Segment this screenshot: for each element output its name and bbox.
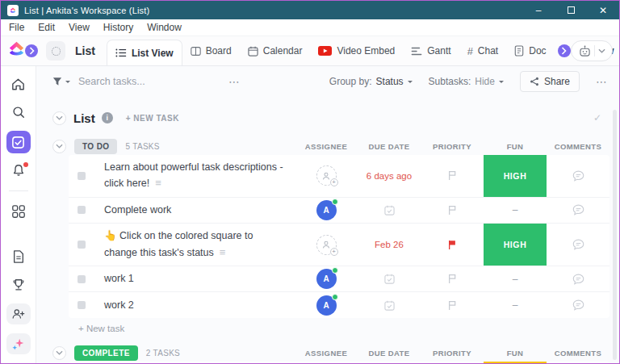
task-name[interactable]: 👆 Click on the colored square to change … (104, 228, 288, 261)
maximize-button[interactable] (555, 1, 587, 19)
fun-value-high[interactable]: HIGH (484, 155, 547, 197)
tab-gantt[interactable]: Gantt (403, 36, 459, 65)
due-date-cell[interactable] (358, 198, 421, 223)
comments-cell[interactable] (547, 155, 610, 197)
info-icon[interactable]: i (102, 112, 113, 123)
scrollbar[interactable] (613, 110, 617, 360)
sidebar-docs-button[interactable] (6, 247, 31, 266)
column-header-fun[interactable]: FUN (484, 349, 547, 358)
toolbar-more-button[interactable]: ⋯ (228, 75, 241, 88)
task-status-square[interactable] (78, 206, 86, 214)
column-header-assignee[interactable]: ASSIGNEE (295, 349, 358, 358)
status-badge-todo[interactable]: TO DO (74, 139, 117, 154)
priority-cell[interactable] (421, 198, 484, 223)
sidebar-expand-button[interactable] (25, 44, 38, 57)
priority-cell[interactable] (421, 155, 484, 197)
complete-group-header: COMPLETE 2 TASKS ASSIGNEE DUE DATE PRIOR… (52, 344, 610, 362)
tab-video-embed[interactable]: Video Embed (310, 36, 403, 65)
assignee-avatar[interactable]: A (316, 200, 337, 220)
task-name[interactable]: Complete work (104, 203, 171, 218)
share-button[interactable]: Share (520, 71, 580, 92)
minimize-button[interactable]: – (522, 1, 555, 19)
collapse-group-button[interactable] (52, 346, 66, 360)
task-status-square[interactable] (78, 241, 86, 249)
view-more-button[interactable]: ⋯ (596, 75, 608, 88)
automation-assistant-button[interactable] (571, 40, 613, 61)
tab-doc[interactable]: Doc (506, 36, 554, 65)
task-name[interactable]: Learn about powerful task descriptions -… (104, 160, 288, 192)
group-by-control[interactable]: Group by: Status (329, 76, 413, 87)
assignee-avatar[interactable]: A (316, 269, 337, 289)
sidebar-search-button[interactable] (6, 103, 31, 122)
sidebar-home-button[interactable] (6, 74, 31, 94)
sidebar-ai-button[interactable] (6, 333, 31, 354)
clickup-logo[interactable] (6, 39, 27, 64)
task-row[interactable]: Complete work A – (69, 198, 610, 224)
close-button[interactable]: ✕ (587, 1, 619, 19)
due-date-cell[interactable] (358, 266, 421, 291)
tab-board[interactable]: Board (182, 36, 240, 65)
due-date-overdue[interactable]: Feb 26 (375, 240, 404, 249)
column-header-priority[interactable]: PRIORITY (421, 142, 484, 151)
sidebar-invite-button[interactable] (6, 303, 31, 324)
task-name[interactable]: work 2 (104, 298, 134, 313)
task-name[interactable]: work 1 (104, 271, 134, 287)
tab-calendar[interactable]: Calendar (240, 36, 311, 65)
fun-value-empty[interactable]: – (513, 299, 518, 311)
task-row[interactable]: 👆 Click on the colored square to change … (69, 224, 610, 266)
task-row[interactable]: Learn about powerful task descriptions -… (69, 155, 610, 198)
assign-user-button[interactable]: + (316, 165, 337, 186)
task-status-square[interactable] (78, 301, 86, 309)
collapse-group-button[interactable] (52, 140, 66, 153)
priority-cell[interactable] (421, 292, 484, 318)
list-status-tile[interactable] (46, 41, 65, 61)
column-header-due-date[interactable]: DUE DATE (358, 349, 421, 358)
column-header-comments[interactable]: COMMENTS (547, 349, 610, 358)
status-badge-complete[interactable]: COMPLETE (74, 345, 138, 361)
menu-history[interactable]: History (103, 22, 133, 33)
due-date-overdue[interactable]: 6 days ago (367, 171, 412, 181)
comments-cell[interactable] (547, 198, 610, 223)
subtasks-control[interactable]: Subtasks: Hide (429, 76, 504, 87)
column-header-fun[interactable]: FUN (484, 142, 547, 151)
fun-value-empty[interactable]: – (513, 274, 518, 285)
column-header-assignee[interactable]: ASSIGNEE (295, 142, 358, 151)
new-task-button[interactable]: + NEW TASK (126, 114, 179, 123)
column-header-due-date[interactable]: DUE DATE (358, 142, 421, 151)
task-status-square[interactable] (78, 172, 86, 180)
comments-cell[interactable] (547, 266, 610, 291)
check-icon[interactable]: ✓ (593, 112, 601, 123)
fun-value-yellow[interactable] (484, 362, 547, 363)
sidebar-dashboards-button[interactable] (6, 202, 31, 221)
menu-window[interactable]: Window (147, 22, 182, 33)
titlebar: List | Ankita's Workspace (List) – ✕ (1, 1, 619, 19)
menu-edit[interactable]: Edit (38, 22, 55, 33)
sidebar-tasks-button-active[interactable] (6, 131, 31, 153)
comments-cell[interactable] (547, 292, 610, 318)
assignee-avatar[interactable]: A (316, 295, 337, 316)
menu-view[interactable]: View (69, 22, 90, 33)
search-input[interactable] (78, 76, 183, 87)
column-header-comments[interactable]: COMMENTS (547, 142, 610, 151)
sidebar-goals-button[interactable] (6, 275, 31, 295)
collapse-list-button[interactable] (52, 111, 66, 125)
tab-chat[interactable]: # Chat (459, 36, 507, 65)
priority-cell[interactable] (421, 266, 484, 291)
comments-cell[interactable] (547, 224, 610, 266)
task-row-partial[interactable] (69, 362, 610, 363)
task-row[interactable]: work 1 A – (69, 266, 610, 292)
task-row[interactable]: work 2 A – (69, 292, 610, 318)
add-task-button[interactable]: + New task (69, 318, 610, 338)
sidebar-notifications-button[interactable] (6, 161, 31, 180)
fun-value-high[interactable]: HIGH (484, 224, 547, 266)
task-status-square[interactable] (78, 275, 86, 283)
due-date-cell[interactable] (358, 292, 421, 318)
menu-file[interactable]: File (9, 22, 24, 33)
filter-button[interactable] (52, 77, 70, 86)
column-header-priority[interactable]: PRIORITY (421, 349, 484, 358)
fun-value-empty[interactable]: – (513, 204, 518, 215)
tab-label: Calendar (263, 45, 303, 56)
tab-list-view[interactable]: List View (107, 40, 182, 65)
priority-cell-urgent[interactable] (421, 224, 484, 266)
assign-user-button[interactable]: + (316, 235, 337, 255)
